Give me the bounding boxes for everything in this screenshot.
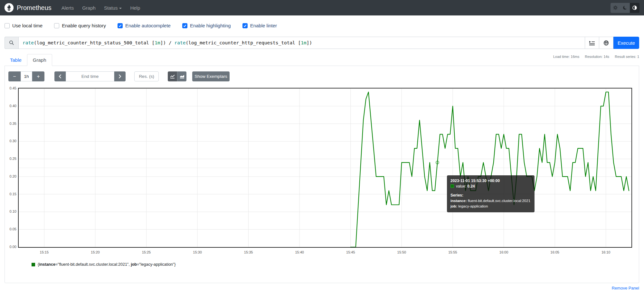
settings-button[interactable] — [611, 3, 620, 13]
legend-item[interactable]: {instance="fluent-bit.default.svc.cluste… — [32, 262, 175, 267]
chart-plot-area[interactable]: 2023-11-01 15:53:30 +00:00 value: 0.24 S… — [18, 88, 632, 248]
execute-button[interactable]: Execute — [613, 37, 639, 49]
remove-panel-link[interactable]: Remove Panel — [612, 286, 639, 290]
tab-graph[interactable]: Graph — [27, 54, 52, 66]
dark-theme-button[interactable] — [620, 3, 630, 13]
chart-type-group — [168, 71, 186, 81]
tree-view-icon — [589, 41, 595, 45]
range-input[interactable] — [21, 71, 32, 81]
option-enable-query-history[interactable]: Enable query history — [54, 23, 106, 28]
x-tick-label: 16:10 — [598, 250, 614, 254]
y-tick-label: 0.45 — [5, 86, 16, 90]
range-group: − + — [8, 71, 44, 81]
brand-title[interactable]: Prometheus — [17, 4, 52, 12]
search-icon — [9, 40, 14, 45]
y-tick-label: 0.30 — [5, 139, 16, 143]
decrease-range-button[interactable]: − — [8, 71, 21, 81]
chevron-down-icon — [119, 8, 122, 9]
graph-panel: − + — [5, 66, 639, 283]
option-enable-highlighting[interactable]: Enable highlighting — [182, 23, 231, 28]
back-time-button[interactable] — [54, 71, 66, 81]
legend-swatch-icon — [32, 263, 35, 266]
checkbox[interactable] — [182, 23, 187, 28]
increase-range-button[interactable]: + — [32, 71, 44, 81]
option-enable-autocomplete[interactable]: Enable autocomplete — [118, 23, 171, 28]
result-series: Result series: 1 — [615, 55, 639, 59]
nav-item-alerts[interactable]: Alerts — [57, 5, 78, 11]
y-tick-label: 0.00 — [5, 245, 16, 249]
checkbox[interactable] — [242, 23, 248, 28]
contrast-icon — [632, 5, 637, 10]
prometheus-app: Prometheus Alerts Graph Status Help — [0, 0, 644, 295]
tooltip-value: 0.24 — [467, 184, 475, 189]
query-bar: rate(log_metric_counter_http_status_500_… — [5, 37, 639, 49]
show-exemplars-button[interactable]: Show Exemplars — [192, 71, 230, 81]
nav-item-status[interactable]: Status — [100, 5, 126, 11]
tooltip-job-line: job: legacy-application — [450, 204, 531, 209]
checkbox[interactable] — [118, 23, 123, 28]
stacked-chart-button[interactable] — [177, 71, 186, 81]
nav-item-graph[interactable]: Graph — [78, 5, 100, 11]
auto-theme-button[interactable] — [630, 3, 639, 13]
x-tick-label: 16:05 — [547, 250, 563, 254]
query-input[interactable]: rate(log_metric_counter_http_status_500_… — [18, 37, 585, 49]
load-time: Load time: 16ms — [553, 55, 579, 59]
legend-series-label: {instance="fluent-bit.default.svc.cluste… — [38, 262, 175, 267]
gear-icon — [613, 5, 618, 10]
tree-view-button[interactable] — [585, 37, 599, 49]
chevron-left-icon — [59, 74, 62, 78]
search-addon — [5, 37, 18, 49]
tab-table[interactable]: Table — [5, 54, 27, 66]
checkbox[interactable] — [5, 23, 10, 28]
tooltip-timestamp: 2023-11-01 15:53:30 +00:00 — [450, 178, 531, 184]
x-tick-label: 15:40 — [292, 250, 307, 254]
time-series-chart — [19, 88, 631, 247]
moon-icon — [622, 5, 628, 10]
query-stats: Load time: 16ms Resolution: 14s Result s… — [549, 55, 639, 59]
navbar: Prometheus Alerts Graph Status Help — [0, 0, 644, 15]
x-tick-label: 15:50 — [394, 250, 409, 254]
x-tick-label: 16:00 — [496, 250, 512, 254]
nav-item-help[interactable]: Help — [126, 5, 144, 11]
x-tick-label: 15:55 — [445, 250, 460, 254]
x-tick-label: 15:15 — [36, 250, 52, 254]
x-tick-label: 15:25 — [138, 250, 154, 254]
stacked-chart-icon — [180, 74, 185, 78]
forward-time-button[interactable] — [114, 71, 126, 81]
prometheus-logo-icon — [5, 3, 14, 12]
tooltip-instance-line: instance: fluent-bit.default.svc.cluster… — [450, 198, 531, 204]
chevron-right-icon — [118, 74, 121, 78]
query-options: Use local time Enable query history Enab… — [5, 23, 277, 28]
x-tick-label: 15:45 — [343, 250, 358, 254]
x-tick-label: 15:35 — [241, 250, 256, 254]
panel-tabs: Table Graph — [5, 53, 639, 66]
y-tick-label: 0.40 — [5, 104, 16, 108]
tooltip-value-row: value: 0.24 — [450, 184, 531, 189]
option-use-local-time[interactable]: Use local time — [5, 23, 43, 28]
y-tick-label: 0.35 — [5, 122, 16, 125]
end-time-group — [54, 71, 126, 81]
line-chart-button[interactable] — [168, 71, 177, 81]
y-tick-label: 0.25 — [5, 157, 16, 161]
line-chart-icon — [170, 74, 175, 78]
y-tick-label: 0.10 — [5, 209, 16, 213]
y-tick-label: 0.05 — [5, 227, 16, 231]
resolution: Resolution: 14s — [585, 55, 609, 59]
metrics-explorer-button[interactable] — [599, 37, 613, 49]
end-time-input[interactable] — [66, 71, 114, 81]
graph-controls: − + — [8, 71, 230, 81]
globe-icon — [603, 40, 609, 46]
resolution-input[interactable] — [134, 71, 159, 81]
chart-tooltip: 2023-11-01 15:53:30 +00:00 value: 0.24 S… — [447, 175, 535, 212]
option-enable-linter[interactable]: Enable linter — [242, 23, 277, 28]
tooltip-series-heading: Series: — [450, 193, 531, 198]
checkbox[interactable] — [54, 23, 59, 28]
theme-button-group — [611, 3, 639, 13]
x-tick-label: 15:30 — [190, 250, 205, 254]
series-swatch-icon — [450, 184, 454, 188]
y-tick-label: 0.20 — [5, 174, 16, 178]
y-tick-label: 0.15 — [5, 192, 16, 196]
x-tick-label: 15:20 — [88, 250, 103, 254]
